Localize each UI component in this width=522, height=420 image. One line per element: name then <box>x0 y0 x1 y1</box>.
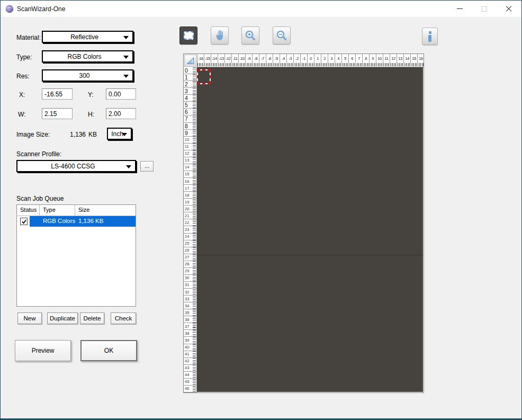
h-ruler-label: 11 <box>383 54 390 63</box>
close-icon <box>506 6 512 12</box>
preview-button[interactable]: Preview <box>15 340 71 361</box>
scanner-profile-dropdown[interactable]: LS-4600 CCSG <box>16 160 136 172</box>
h-ruler-label: -9 <box>246 54 253 63</box>
minimize-button[interactable] <box>448 1 472 17</box>
h-ruler-label: 12 <box>390 54 397 63</box>
column-header-status[interactable]: Status <box>17 205 40 216</box>
close-button[interactable] <box>497 1 520 17</box>
row-type: RGB Colors <box>43 218 75 224</box>
y-label: Y: <box>88 91 94 99</box>
type-dropdown[interactable]: RGB Colors <box>42 50 133 62</box>
h-ruler-label: 7 <box>356 54 363 63</box>
h-ruler-label: 14 <box>404 54 411 63</box>
res-dropdown[interactable]: 300 <box>42 69 133 82</box>
scanner-profile-value: LS-4600 CCSG <box>51 163 95 170</box>
duplicate-button[interactable]: Duplicate <box>47 312 78 324</box>
check-icon <box>21 219 27 225</box>
h-ruler-label: -1 <box>301 54 308 63</box>
chevron-down-icon <box>123 75 129 78</box>
type-value: RGB Colors <box>67 53 101 60</box>
zoom-out-icon <box>275 29 288 42</box>
triangle-ruler-icon <box>186 56 195 66</box>
h-ruler-label: -13 <box>218 54 225 63</box>
x-input[interactable] <box>42 88 73 100</box>
scan-seam-line <box>197 255 423 255</box>
scan-job-queue-table[interactable]: Status Type Size RGB Colors 1,136 KB <box>16 204 136 307</box>
info-button[interactable] <box>422 28 438 45</box>
maximize-icon <box>482 6 487 12</box>
h-ruler-label: -7 <box>259 54 266 63</box>
h-ruler-label: -2 <box>294 54 301 63</box>
chevron-down-icon <box>123 56 129 59</box>
queue-header-row: Status Type Size <box>17 205 136 216</box>
h-input[interactable] <box>106 108 136 119</box>
chevron-down-icon <box>122 133 127 136</box>
h-ruler-label: 9 <box>370 54 376 63</box>
h-ruler-label: -14 <box>211 54 218 63</box>
h-ruler-label: -15 <box>204 54 211 63</box>
image-size-label: Image Size: <box>16 131 50 138</box>
column-header-size[interactable]: Size <box>75 205 136 216</box>
chevron-down-icon <box>126 165 131 168</box>
ok-button[interactable]: OK <box>80 340 137 361</box>
pan-hand-tool[interactable] <box>211 26 229 44</box>
delete-button[interactable]: Delete <box>80 312 104 324</box>
units-dropdown[interactable]: Inch <box>107 128 132 140</box>
material-dropdown[interactable]: Reflective <box>42 31 133 43</box>
title-bar: ScanWizard-One <box>1 1 521 17</box>
h-ruler-label: -10 <box>239 54 246 63</box>
h-ruler-label: 13 <box>397 54 404 63</box>
scan-preview-canvas[interactable] <box>197 67 423 392</box>
status-checkbox[interactable] <box>20 218 28 225</box>
w-label: W: <box>18 111 25 118</box>
table-row[interactable]: RGB Colors 1,136 KB <box>17 216 136 227</box>
h-ruler-label: -4 <box>280 54 287 63</box>
pan-hand-icon <box>213 29 226 42</box>
h-ruler-label: 5 <box>342 54 349 63</box>
marquee-select-tool[interactable] <box>179 26 197 44</box>
new-button[interactable]: New <box>17 312 42 324</box>
image-size-unit: KB <box>88 131 97 138</box>
h-ruler-label: -6 <box>266 54 273 63</box>
window-title: ScanWizard-One <box>17 5 65 13</box>
h-ruler-label: -16 <box>197 54 204 63</box>
zoom-out-tool[interactable] <box>273 26 291 44</box>
h-ruler-label: 1 <box>314 54 321 63</box>
check-button[interactable]: Check <box>111 312 136 324</box>
w-input[interactable] <box>42 108 73 119</box>
v-ruler-ticks <box>193 67 196 392</box>
h-ruler-cells: -16-15-14-13-12-11-10-9-8-7-6-5-4-3-2-10… <box>197 54 424 63</box>
material-label: Material: <box>16 34 41 41</box>
h-ruler-label: -5 <box>273 54 280 63</box>
h-ruler-label: -12 <box>225 54 232 63</box>
h-ruler-label: -3 <box>287 54 294 63</box>
h-ruler-label: -8 <box>253 54 259 63</box>
maximize-button[interactable] <box>472 1 496 17</box>
h-ruler-label: 0 <box>308 54 314 63</box>
chevron-down-icon <box>123 36 129 39</box>
globe-icon <box>5 5 14 13</box>
h-ruler-label: -11 <box>232 54 239 63</box>
vertical-ruler: 0123456789101112131415161718192021222324… <box>184 67 197 392</box>
column-header-type[interactable]: Type <box>40 205 75 216</box>
browse-profile-button[interactable]: ... <box>140 161 154 172</box>
scanner-profile-label: Scanner Profile: <box>16 150 61 158</box>
h-ruler-label: 3 <box>328 54 335 63</box>
selection-marquee[interactable] <box>197 69 211 84</box>
h-ruler-label: 8 <box>363 54 370 63</box>
marquee-select-icon <box>184 31 194 40</box>
x-label: X: <box>19 91 25 99</box>
image-size-value: 1,136 <box>70 131 86 138</box>
h-ruler-label: 15 <box>411 54 418 63</box>
h-label: H: <box>88 111 94 118</box>
scan-job-queue-label: Scan Job Queue <box>16 195 64 202</box>
h-ruler-label: 10 <box>376 54 383 63</box>
preview-area: -16-15-14-13-12-11-10-9-8-7-6-5-4-3-2-10… <box>183 53 424 393</box>
app-window: ScanWizard-One Material: Reflective Type… <box>0 0 522 420</box>
horizontal-ruler: -16-15-14-13-12-11-10-9-8-7-6-5-4-3-2-10… <box>197 54 424 67</box>
ruler-corner-button[interactable] <box>184 55 196 67</box>
y-input[interactable] <box>106 88 136 100</box>
row-size: 1,136 KB <box>78 218 103 224</box>
type-label: Type: <box>16 53 32 61</box>
zoom-in-tool[interactable] <box>241 26 259 44</box>
